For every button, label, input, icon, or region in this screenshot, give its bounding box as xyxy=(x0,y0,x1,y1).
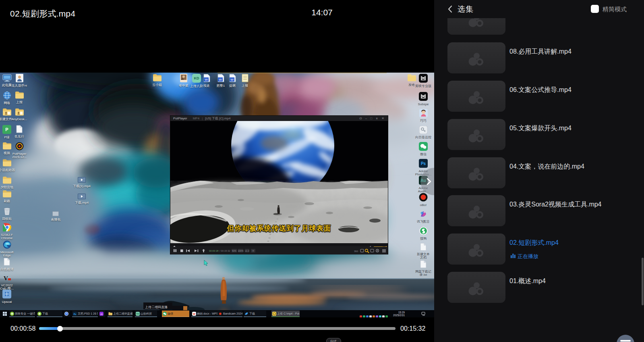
svg-text:Ps: Ps xyxy=(74,313,77,315)
svg-text:W: W xyxy=(230,78,234,81)
svg-text:50%: 50% xyxy=(232,250,236,252)
svg-text:KD: KD xyxy=(136,313,139,315)
svg-text:V: V xyxy=(4,275,8,282)
svg-text:/ 00:15:32: / 00:15:32 xyxy=(219,250,230,252)
svg-text:字: 字 xyxy=(252,250,255,252)
svg-text:x1.0: x1.0 xyxy=(245,250,249,252)
svg-text:360: 360 xyxy=(354,250,358,252)
svg-text:W: W xyxy=(193,313,196,315)
svg-text:P: P xyxy=(5,127,8,132)
svg-text:00:00:18: 00:00:18 xyxy=(209,250,219,252)
svg-text:W: W xyxy=(205,78,208,81)
svg-text:Ps: Ps xyxy=(421,161,426,166)
svg-text:P: P xyxy=(66,313,67,315)
svg-text:AI: AI xyxy=(100,313,103,315)
svg-text:W: W xyxy=(219,78,222,81)
svg-text:100%: 100% xyxy=(238,250,243,252)
